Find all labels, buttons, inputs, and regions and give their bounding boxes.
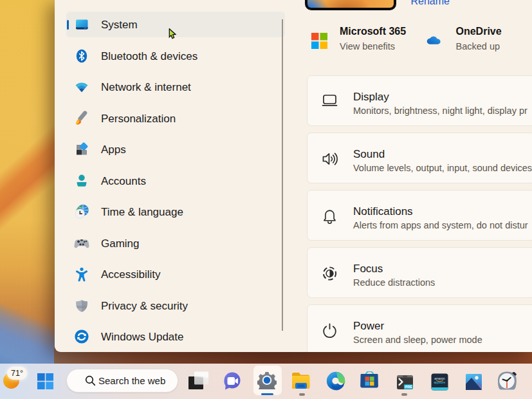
svg-text:amazon: amazon (434, 377, 445, 380)
svg-text:PRE: PRE (405, 385, 412, 389)
